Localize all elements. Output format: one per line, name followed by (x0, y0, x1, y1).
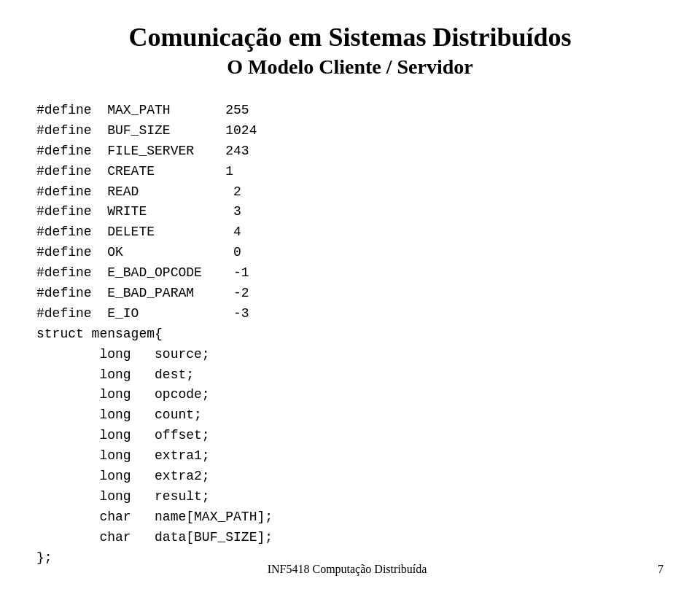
main-title: Comunicação em Sistemas Distribuídos (36, 22, 664, 52)
code-line: #define WRITE 3 (36, 202, 664, 222)
footer: INF5418 Computação Distribuída 7 (0, 563, 700, 576)
sub-title: O Modelo Cliente / Servidor (36, 55, 664, 79)
code-line: long result; (36, 487, 664, 507)
code-line: char name[MAX_PATH]; (36, 507, 664, 528)
code-line: #define E_BAD_OPCODE -1 (36, 263, 664, 284)
code-line: long opcode; (36, 385, 664, 405)
code-line: #define OK 0 (36, 243, 664, 263)
code-line: long extra1; (36, 446, 664, 467)
code-line: #define FILE_SERVER 243 (36, 141, 664, 162)
code-line: long offset; (36, 426, 664, 446)
code-line: #define E_BAD_PARAM -2 (36, 284, 664, 304)
code-block: #define MAX_PATH 255#define BUF_SIZE 102… (36, 101, 664, 568)
code-line: char data[BUF_SIZE]; (36, 528, 664, 548)
code-line: #define E_IO -3 (36, 304, 664, 324)
code-line: #define CREATE 1 (36, 162, 664, 182)
code-line: long source; (36, 345, 664, 365)
code-line: long extra2; (36, 467, 664, 487)
code-line: #define DELETE 4 (36, 222, 664, 243)
footer-course: INF5418 Computação Distribuída (36, 563, 658, 576)
title-section: Comunicação em Sistemas Distribuídos O M… (36, 22, 664, 79)
code-line: long count; (36, 405, 664, 426)
footer-page-number: 7 (658, 563, 664, 576)
code-line: #define BUF_SIZE 1024 (36, 121, 664, 141)
code-line: struct mensagem{ (36, 324, 664, 345)
page-container: Comunicação em Sistemas Distribuídos O M… (0, 0, 700, 589)
code-line: #define MAX_PATH 255 (36, 101, 664, 121)
code-line: #define READ 2 (36, 182, 664, 203)
code-line: long dest; (36, 365, 664, 386)
